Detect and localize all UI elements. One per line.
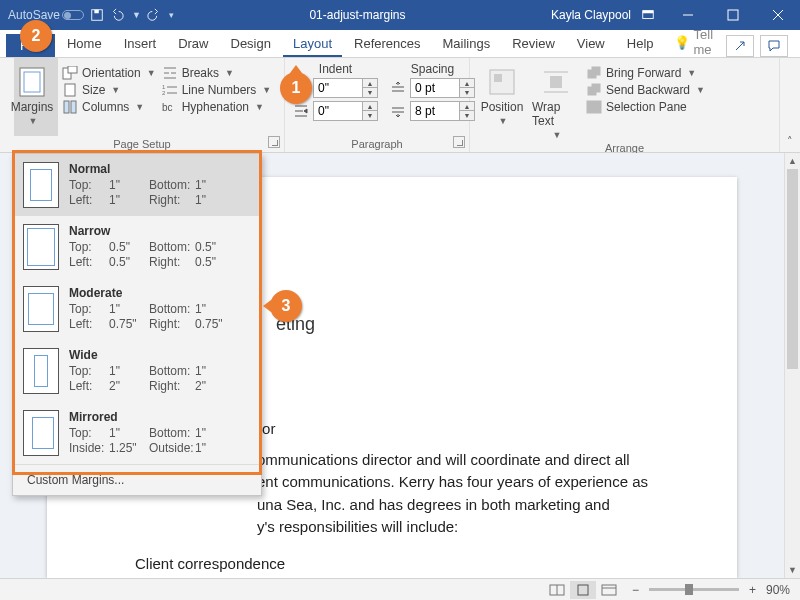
position-icon xyxy=(486,66,518,98)
group-label-arrange: Arrange xyxy=(478,140,771,154)
line-numbers-button[interactable]: 12Line Numbers▼ xyxy=(162,83,272,97)
user-name[interactable]: Kayla Claypool xyxy=(541,8,641,22)
scroll-thumb[interactable] xyxy=(787,169,798,369)
svg-rect-34 xyxy=(602,585,616,595)
svg-text:2: 2 xyxy=(162,90,166,96)
hyphenation-button[interactable]: bcHyphenation▼ xyxy=(162,100,272,114)
chevron-down-icon: ▼ xyxy=(29,116,38,126)
tell-me-label: Tell me xyxy=(694,27,722,57)
space-after-icon xyxy=(390,104,406,118)
page-setup-launcher[interactable] xyxy=(268,136,280,148)
svg-rect-21 xyxy=(494,74,502,82)
print-layout-button[interactable] xyxy=(570,581,596,599)
ribbon-tabs: File Home Insert Draw Design Layout Refe… xyxy=(0,30,800,58)
selection-pane-button[interactable]: Selection Pane xyxy=(586,100,705,114)
svg-rect-11 xyxy=(68,66,77,73)
zoom-slider[interactable] xyxy=(649,588,739,591)
vertical-scrollbar[interactable]: ▲ ▼ xyxy=(784,153,800,578)
zoom-in-button[interactable]: + xyxy=(749,583,756,597)
orientation-button[interactable]: Orientation▼ xyxy=(62,66,156,80)
tab-help[interactable]: Help xyxy=(617,32,664,57)
minimize-button[interactable] xyxy=(665,0,710,30)
group-label-page-setup: Page Setup xyxy=(8,136,276,150)
paragraph-launcher[interactable] xyxy=(453,136,465,148)
close-button[interactable] xyxy=(755,0,800,30)
undo-icon[interactable] xyxy=(110,8,124,22)
indent-left-input[interactable] xyxy=(313,78,363,98)
hyphenation-icon: bc xyxy=(162,100,178,114)
tab-insert[interactable]: Insert xyxy=(114,32,167,57)
zoom-thumb[interactable] xyxy=(685,584,693,595)
maximize-button[interactable] xyxy=(710,0,755,30)
collapse-ribbon[interactable]: ˄ xyxy=(780,58,800,152)
svg-rect-1 xyxy=(94,10,98,14)
margin-thumb-icon xyxy=(23,410,59,456)
zoom-level[interactable]: 90% xyxy=(766,583,790,597)
comments-button[interactable] xyxy=(760,35,788,57)
undo-dropdown-icon[interactable]: ▼ xyxy=(132,10,141,20)
save-icon[interactable] xyxy=(90,8,104,22)
svg-rect-14 xyxy=(71,101,76,113)
read-mode-button[interactable] xyxy=(544,581,570,599)
redo-icon[interactable] xyxy=(147,8,161,22)
send-backward-icon xyxy=(586,83,602,97)
group-paragraph: Indent ▲▼ ▲▼ Spacing ▲▼ ▲▼ Paragraph xyxy=(285,58,470,152)
breaks-icon xyxy=(162,66,178,80)
margins-preset-wide[interactable]: Wide Top:1"Bottom:1" Left:2"Right:2" xyxy=(13,340,261,402)
web-layout-button[interactable] xyxy=(596,581,622,599)
tell-me[interactable]: 💡 Tell me xyxy=(674,27,722,57)
margins-preset-moderate[interactable]: Moderate Top:1"Bottom:1" Left:0.75"Right… xyxy=(13,278,261,340)
scroll-down-icon[interactable]: ▼ xyxy=(785,562,800,578)
indent-right-input[interactable] xyxy=(313,101,363,121)
callout-3: 3 xyxy=(270,290,302,322)
spacing-before[interactable]: ▲▼ xyxy=(390,78,475,98)
margins-dropdown: Normal Top:1"Bottom:1" Left:1"Right:1" N… xyxy=(12,153,262,496)
spacing-heading: Spacing xyxy=(390,62,475,76)
tab-design[interactable]: Design xyxy=(221,32,281,57)
ribbon: Margins ▼ Orientation▼ Size▼ Columns▼ Br… xyxy=(0,58,800,153)
tab-view[interactable]: View xyxy=(567,32,615,57)
preset-name: Moderate xyxy=(69,286,251,300)
breaks-button[interactable]: Breaks▼ xyxy=(162,66,272,80)
tab-review[interactable]: Review xyxy=(502,32,565,57)
svg-rect-33 xyxy=(578,585,588,595)
preset-name: Wide xyxy=(69,348,251,362)
bring-forward-button: Bring Forward▼ xyxy=(586,66,705,80)
share-button[interactable] xyxy=(726,35,754,57)
autosave-toggle[interactable]: AutoSave xyxy=(8,8,84,22)
bring-forward-icon xyxy=(586,66,602,80)
quick-access-toolbar: AutoSave ▼ ▾ xyxy=(0,8,174,22)
margins-preset-narrow[interactable]: Narrow Top:0.5"Bottom:0.5" Left:0.5"Righ… xyxy=(13,216,261,278)
ribbon-display-icon[interactable] xyxy=(641,8,655,22)
doc-para: ommunications director and will coordina… xyxy=(257,449,677,539)
bullet-item: Client correspondence xyxy=(135,553,677,576)
indent-right-icon xyxy=(293,104,309,118)
size-button[interactable]: Size▼ xyxy=(62,83,156,97)
margins-preset-mirrored[interactable]: Mirrored Top:1"Bottom:1" Inside:1.25"Out… xyxy=(13,402,261,464)
svg-rect-26 xyxy=(592,67,600,75)
wrap-text-icon xyxy=(540,66,572,98)
indent-right[interactable]: ▲▼ xyxy=(293,101,378,121)
tab-home[interactable]: Home xyxy=(57,32,112,57)
callout-2: 2 xyxy=(20,20,52,52)
indent-heading: Indent xyxy=(293,62,378,76)
wrap-text-button: Wrap Text▼ xyxy=(532,62,580,140)
tab-mailings[interactable]: Mailings xyxy=(433,32,501,57)
doc-bullets: Client correspondence Internal communica… xyxy=(135,553,677,579)
document-title: 01-adjust-margins xyxy=(174,8,541,22)
spacing-after[interactable]: ▲▼ xyxy=(390,101,475,121)
space-after-input[interactable] xyxy=(410,101,460,121)
size-icon xyxy=(62,83,78,97)
svg-rect-22 xyxy=(550,76,562,88)
space-before-input[interactable] xyxy=(410,78,460,98)
scroll-up-icon[interactable]: ▲ xyxy=(785,153,800,169)
custom-margins-item[interactable]: Custom Margins... xyxy=(13,464,261,495)
margins-preset-normal[interactable]: Normal Top:1"Bottom:1" Left:1"Right:1" xyxy=(13,154,261,216)
tab-references[interactable]: References xyxy=(344,32,430,57)
columns-button[interactable]: Columns▼ xyxy=(62,100,156,114)
tab-draw[interactable]: Draw xyxy=(168,32,218,57)
tab-layout[interactable]: Layout xyxy=(283,32,342,57)
send-backward-button: Send Backward▼ xyxy=(586,83,705,97)
margins-button[interactable]: Margins ▼ xyxy=(8,62,56,126)
zoom-out-button[interactable]: − xyxy=(632,583,639,597)
